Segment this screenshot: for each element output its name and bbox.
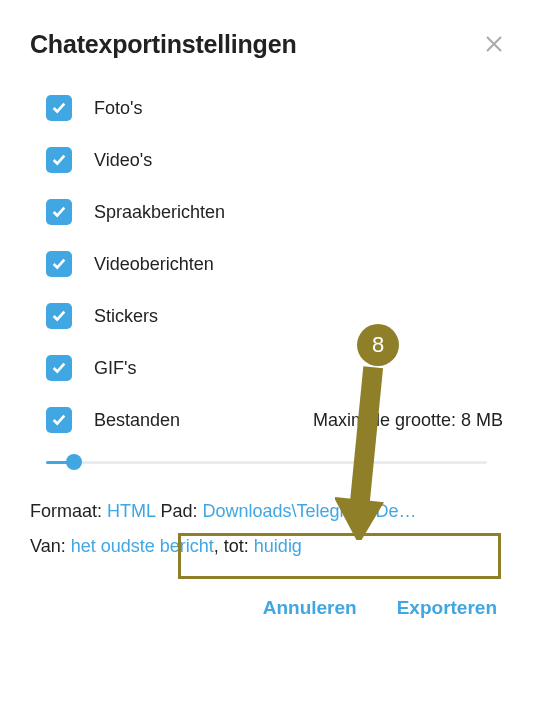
checkbox-videomsg[interactable] — [46, 251, 72, 277]
label-stickers: Stickers — [94, 306, 158, 327]
checkbox-videos[interactable] — [46, 147, 72, 173]
range-line: Van: het oudste bericht, tot: huidig — [30, 536, 503, 557]
export-settings-dialog: Chatexportinstellingen Foto's Video's Sp… — [0, 0, 533, 639]
label-videomsg: Videoberichten — [94, 254, 214, 275]
from-label: Van: — [30, 536, 71, 556]
slider-thumb[interactable] — [66, 454, 82, 470]
option-files[interactable]: Bestanden Maximale grootte: 8 MB — [30, 407, 503, 433]
label-videos: Video's — [94, 150, 152, 171]
label-files: Bestanden — [94, 410, 180, 431]
max-size-label: Maximale grootte: 8 MB — [313, 410, 503, 431]
label-voice: Spraakberichten — [94, 202, 225, 223]
export-button[interactable]: Exporteren — [397, 597, 497, 619]
close-icon[interactable] — [485, 33, 503, 57]
label-gifs: GIF's — [94, 358, 136, 379]
option-videomsg[interactable]: Videoberichten — [30, 251, 503, 277]
checkbox-stickers[interactable] — [46, 303, 72, 329]
dialog-header: Chatexportinstellingen — [30, 30, 503, 59]
dialog-title: Chatexportinstellingen — [30, 30, 296, 59]
format-label: Formaat: — [30, 501, 107, 521]
option-photos[interactable]: Foto's — [30, 95, 503, 121]
checkbox-photos[interactable] — [46, 95, 72, 121]
checkbox-voice[interactable] — [46, 199, 72, 225]
to-label: , tot: — [214, 536, 254, 556]
option-gifs[interactable]: GIF's — [30, 355, 503, 381]
label-photos: Foto's — [94, 98, 142, 119]
to-link[interactable]: huidig — [254, 536, 302, 556]
option-videos[interactable]: Video's — [30, 147, 503, 173]
option-voice[interactable]: Spraakberichten — [30, 199, 503, 225]
option-stickers[interactable]: Stickers — [30, 303, 503, 329]
from-link[interactable]: het oudste bericht — [71, 536, 214, 556]
checkbox-files[interactable] — [46, 407, 72, 433]
path-label: Pad: — [155, 501, 202, 521]
format-path-line: Formaat: HTML Pad: Downloads\Telegram De… — [30, 501, 503, 522]
path-link[interactable]: Downloads\Telegram De… — [202, 501, 416, 521]
button-row: Annuleren Exporteren — [30, 597, 503, 619]
cancel-button[interactable]: Annuleren — [263, 597, 357, 619]
checkbox-gifs[interactable] — [46, 355, 72, 381]
format-link[interactable]: HTML — [107, 501, 155, 521]
size-slider[interactable] — [46, 453, 487, 473]
slider-track — [46, 461, 487, 464]
